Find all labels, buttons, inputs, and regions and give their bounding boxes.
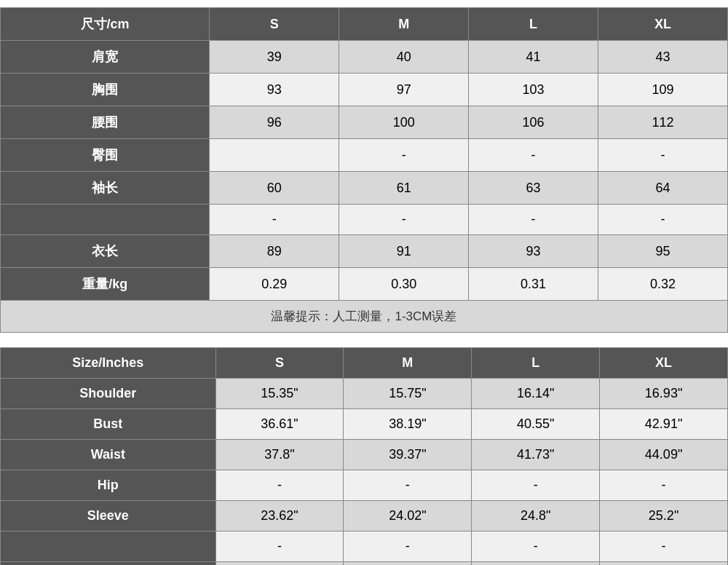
cn-row-s: 0.29: [210, 268, 339, 301]
cn-row-xl: 112: [598, 106, 728, 139]
en-row-s: 37.8": [215, 440, 344, 470]
en-row-label: Hip: [1, 470, 216, 501]
cn-row-label: 衣长: [1, 235, 210, 268]
cn-row-l: 63: [469, 172, 598, 205]
en-row-label: Bust: [1, 409, 216, 440]
en-row-xl: -: [600, 532, 728, 562]
cn-row-m: 0.30: [339, 268, 469, 301]
cn-table-row: 肩宽39404143: [1, 41, 728, 74]
chinese-size-table: 尺寸/cm S M L XL 肩宽39404143胸围9397103109腰围9…: [0, 7, 728, 333]
cn-row-s: 39: [210, 41, 339, 74]
cn-row-xl: 43: [598, 41, 728, 74]
en-header-s: S: [215, 348, 344, 379]
en-header-l: L: [472, 348, 600, 379]
en-row-l: 24.8": [472, 501, 600, 532]
cn-row-l: 0.31: [469, 268, 598, 301]
cn-header-s: S: [210, 8, 339, 41]
cn-row-m: 91: [339, 235, 469, 268]
en-row-l: 40.55": [472, 409, 600, 440]
en-table-row: Shoulder15.35"15.75"16.14"16.93": [1, 379, 728, 409]
cn-row-l: 106: [469, 106, 598, 139]
en-row-s: -: [215, 532, 344, 562]
cn-row-label: 重量/kg: [1, 268, 210, 301]
cn-row-l: -: [469, 205, 598, 235]
en-row-xl: 16.93": [600, 379, 728, 409]
cn-row-s: 60: [210, 172, 339, 205]
cn-table-row: 衣长89919395: [1, 235, 728, 268]
cn-row-l: -: [469, 139, 598, 172]
cn-row-s: [210, 139, 339, 172]
en-row-xl: 37.4": [600, 562, 728, 566]
cn-tip-text: 温馨提示：人工测量，1-3CM误差: [1, 301, 728, 333]
en-row-l: 41.73": [472, 440, 600, 470]
cn-row-s: 96: [210, 106, 339, 139]
cn-row-xl: 0.32: [598, 268, 728, 301]
en-row-label: Shoulder: [1, 379, 216, 409]
en-row-label: Length: [1, 562, 216, 566]
cn-header-xl: XL: [598, 8, 728, 41]
cn-row-m: 97: [339, 74, 469, 106]
cn-row-m: 61: [339, 172, 469, 205]
cn-row-xl: 109: [598, 74, 728, 106]
en-table-row: Waist37.8"39.37"41.73"44.09": [1, 440, 728, 470]
en-table-row: ----: [1, 532, 728, 562]
en-row-l: 16.14": [472, 379, 600, 409]
en-row-l: -: [472, 470, 600, 501]
en-table-row: Bust36.61"38.19"40.55"42.91": [1, 409, 728, 440]
en-row-m: 15.75": [344, 379, 472, 409]
cn-tip-row: 温馨提示：人工测量，1-3CM误差: [1, 301, 728, 333]
en-header-size: Size/Inches: [1, 348, 216, 379]
en-row-l: 36.61": [472, 562, 600, 566]
cn-row-label: 袖长: [1, 172, 210, 205]
page-container: 尺寸/cm S M L XL 肩宽39404143胸围9397103109腰围9…: [0, 0, 728, 565]
cn-table-row: 胸围9397103109: [1, 74, 728, 106]
en-row-m: -: [344, 532, 472, 562]
cn-row-label: 胸围: [1, 74, 210, 106]
cn-row-xl: 64: [598, 172, 728, 205]
cn-table-row: 袖长60616364: [1, 172, 728, 205]
english-size-table: Size/Inches S M L XL Shoulder15.35"15.75…: [0, 347, 728, 565]
cn-row-m: 40: [339, 41, 469, 74]
cn-table-row: 臀围---: [1, 139, 728, 172]
en-row-s: 23.62": [215, 501, 344, 532]
cn-row-xl: 95: [598, 235, 728, 268]
en-row-s: 35.04": [215, 562, 344, 566]
en-row-m: -: [344, 470, 472, 501]
en-row-label: Sleeve: [1, 501, 216, 532]
en-row-label: Waist: [1, 440, 216, 470]
en-row-xl: 42.91": [600, 409, 728, 440]
cn-row-s: -: [210, 205, 339, 235]
en-row-m: 38.19": [344, 409, 472, 440]
cn-row-m: -: [339, 205, 469, 235]
cn-table-row: 重量/kg0.290.300.310.32: [1, 268, 728, 301]
en-row-l: -: [472, 532, 600, 562]
cn-row-label: [1, 205, 210, 235]
cn-row-l: 41: [469, 41, 598, 74]
cn-header-m: M: [339, 8, 469, 41]
en-row-s: -: [215, 470, 344, 501]
cn-row-m: 100: [339, 106, 469, 139]
cn-row-xl: -: [598, 205, 728, 235]
en-header-xl: XL: [600, 348, 728, 379]
cn-row-l: 103: [469, 74, 598, 106]
cn-table-row: 腰围96100106112: [1, 106, 728, 139]
en-row-s: 15.35": [215, 379, 344, 409]
en-row-m: 35.85": [344, 562, 472, 566]
cn-table-row: ----: [1, 205, 728, 235]
cn-row-m: -: [339, 139, 469, 172]
en-row-m: 39.37": [344, 440, 472, 470]
en-table-row: Hip----: [1, 470, 728, 501]
en-row-xl: 25.2": [600, 501, 728, 532]
en-row-xl: -: [600, 470, 728, 501]
cn-row-label: 肩宽: [1, 41, 210, 74]
cn-row-s: 89: [210, 235, 339, 268]
cn-row-label: 腰围: [1, 106, 210, 139]
cn-row-label: 臀围: [1, 139, 210, 172]
en-row-label: [1, 532, 216, 562]
cn-header-size: 尺寸/cm: [1, 8, 210, 41]
en-row-s: 36.61": [215, 409, 344, 440]
cn-header-l: L: [469, 8, 598, 41]
en-row-m: 24.02": [344, 501, 472, 532]
en-row-xl: 44.09": [600, 440, 728, 470]
cn-row-xl: -: [598, 139, 728, 172]
